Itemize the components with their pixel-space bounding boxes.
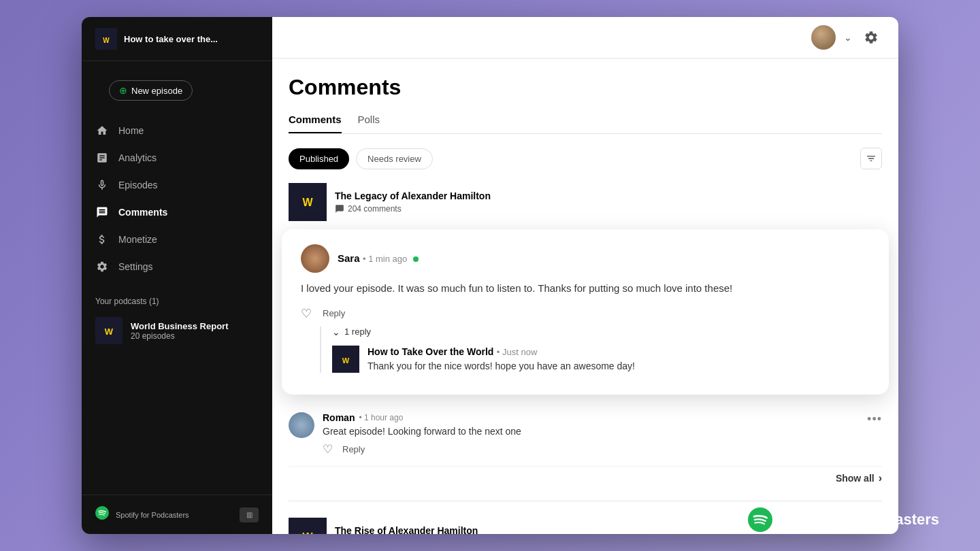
filter-options-button[interactable] <box>860 148 882 169</box>
reply-thread-sara: ⌄ 1 reply W <box>320 327 870 373</box>
sidebar-item-episodes[interactable]: Episodes <box>82 171 272 199</box>
svg-text:W: W <box>103 37 110 44</box>
home-icon <box>95 124 109 137</box>
nav-label-monetize: Monetize <box>118 234 157 245</box>
roman-reply-button[interactable]: Reply <box>342 444 365 454</box>
comments-count-text-1: 204 comments <box>348 204 402 214</box>
spotify-branding: Spotify for Podcasters <box>748 507 939 532</box>
episode-info-1: The Legacy of Alexander Hamilton 204 com… <box>335 190 491 214</box>
new-episode-label: New episode <box>131 86 182 96</box>
roman-more-button[interactable]: ••• <box>867 412 882 427</box>
sidebar-nav: Home Analytics Episodes Comments <box>82 112 272 286</box>
sara-reply-button[interactable]: Reply <box>323 308 345 318</box>
sara-like-button[interactable]: ♡ <box>301 306 312 321</box>
filter-row: Published Needs review <box>289 148 882 169</box>
sara-time: • 1 min ago <box>363 254 407 264</box>
reply-meta: How to Take Over the World • Just now <box>368 346 635 358</box>
filter-needs-review-button[interactable]: Needs review <box>356 148 433 169</box>
svg-text:W: W <box>342 356 350 365</box>
reply-count: 1 reply <box>344 327 371 337</box>
settings-nav-icon <box>95 260 109 273</box>
show-all-chevron: › <box>879 472 882 484</box>
sidebar-podcast-thumb: W <box>95 28 117 50</box>
sidebar-item-comments[interactable]: Comments <box>82 199 272 226</box>
nav-label-episodes: Episodes <box>118 180 158 190</box>
sara-unread-dot <box>413 256 419 262</box>
sidebar-footer: Spotify for Podcasters ▥ <box>82 495 272 534</box>
podcast-name-wbr: World Business Report <box>131 321 229 331</box>
episode-thumb-1: W <box>289 183 327 221</box>
spotify-for-podcasters-small: Spotify for Podcasters <box>116 511 189 519</box>
svg-text:W: W <box>302 197 313 208</box>
podcast-episodes-wbr: 20 episodes <box>131 331 229 341</box>
app-container: W How to take over the... ⊕ New episode … <box>82 17 898 534</box>
spotify-small-logo <box>95 506 109 523</box>
filter-left: Published Needs review <box>289 148 433 169</box>
podcast-list-item-wbr[interactable]: W World Business Report 20 episodes <box>95 314 259 347</box>
sidebar-podcast-title: How to take over the... <box>124 34 218 44</box>
reply-content-1: How to Take Over the World • Just now Th… <box>368 346 635 373</box>
show-all-button[interactable]: Show all › <box>836 472 882 484</box>
your-podcasts-label: Your podcasts (1) <box>95 297 259 306</box>
analytics-icon <box>95 151 109 165</box>
sidebar-item-analytics[interactable]: Analytics <box>82 144 272 171</box>
sidebar-header: W How to take over the... <box>82 17 272 61</box>
episode-thumb-2: W <box>289 518 327 535</box>
tab-polls[interactable]: Polls <box>358 114 380 133</box>
nav-label-comments: Comments <box>118 207 167 218</box>
main-header: ⌄ <box>272 17 898 59</box>
chat-icon <box>95 205 109 219</box>
tab-comments[interactable]: Comments <box>289 114 342 133</box>
reply-text-1: Thank you for the nice words! hope you h… <box>368 361 635 371</box>
podcast-thumb-wbr: W <box>95 317 122 344</box>
episode-title-1: The Legacy of Alexander Hamilton <box>335 190 491 201</box>
nav-label-analytics: Analytics <box>118 152 157 163</box>
reply-time: • Just now <box>497 347 537 357</box>
episode-group-1: W The Legacy of Alexander Hamilton 204 c… <box>289 183 882 501</box>
podcast-info-wbr: World Business Report 20 episodes <box>131 321 229 341</box>
roman-like-button[interactable]: ♡ <box>323 442 333 456</box>
reply-author-name: How to Take Over the World <box>368 346 493 357</box>
roman-actions: ♡ Reply <box>323 442 882 456</box>
episode-title-2: The Rise of Alexander Hamilton <box>335 525 478 535</box>
your-podcasts-section: Your podcasts (1) W World Business Repor… <box>82 297 272 347</box>
roman-text: Great episode! Looking forward to the ne… <box>323 426 882 437</box>
chevron-down-replies: ⌄ <box>332 327 340 337</box>
reply-item-1: W How to Take Over the World • Just now … <box>332 346 870 373</box>
nav-label-home: Home <box>118 125 144 136</box>
plus-icon: ⊕ <box>119 85 127 96</box>
episode-info-2: The Rise of Alexander Hamilton 300 comme… <box>335 525 478 535</box>
show-all-row: Show all › <box>289 467 882 487</box>
roman-heart-icon: ♡ <box>323 442 333 456</box>
comment-header-sara: Sara • 1 min ago <box>301 244 870 273</box>
sidebar-item-settings[interactable]: Settings <box>82 253 272 280</box>
sara-comment-actions: ♡ Reply <box>301 306 870 321</box>
sidebar: W How to take over the... ⊕ New episode … <box>82 17 272 534</box>
panel-icon[interactable]: ▥ <box>240 507 259 522</box>
branding-text: Spotify for Podcasters <box>779 511 939 529</box>
episode-header-1: W The Legacy of Alexander Hamilton 204 c… <box>289 183 882 221</box>
user-dropdown-chevron[interactable]: ⌄ <box>844 32 852 43</box>
roman-name: Roman <box>323 412 355 423</box>
user-avatar[interactable] <box>811 25 836 50</box>
tabs-bar: Comments Polls <box>289 114 882 134</box>
monetize-icon <box>95 233 109 246</box>
sara-comment-meta: Sara • 1 min ago <box>338 252 419 265</box>
sidebar-item-monetize[interactable]: Monetize <box>82 226 272 253</box>
sidebar-item-home[interactable]: Home <box>82 117 272 144</box>
svg-text:W: W <box>302 531 313 535</box>
replies-toggle[interactable]: ⌄ 1 reply <box>332 327 870 337</box>
roman-avatar <box>289 412 314 438</box>
filter-published-button[interactable]: Published <box>289 148 349 169</box>
comment-item-roman: Roman • 1 hour ago Great episode! Lookin… <box>289 403 882 467</box>
main-content: ⌄ Comments Comments Polls Published Need… <box>272 17 898 534</box>
heart-icon: ♡ <box>301 306 312 321</box>
roman-comment-body: Roman • 1 hour ago Great episode! Lookin… <box>323 412 882 456</box>
new-episode-button[interactable]: ⊕ New episode <box>109 80 193 101</box>
mic-icon <box>95 178 109 192</box>
sara-name: Sara <box>338 252 360 264</box>
more-dots: ••• <box>867 412 882 427</box>
svg-text:W: W <box>105 327 114 337</box>
settings-gear-icon[interactable] <box>860 27 882 48</box>
episode-comments-count-1: 204 comments <box>335 204 491 214</box>
